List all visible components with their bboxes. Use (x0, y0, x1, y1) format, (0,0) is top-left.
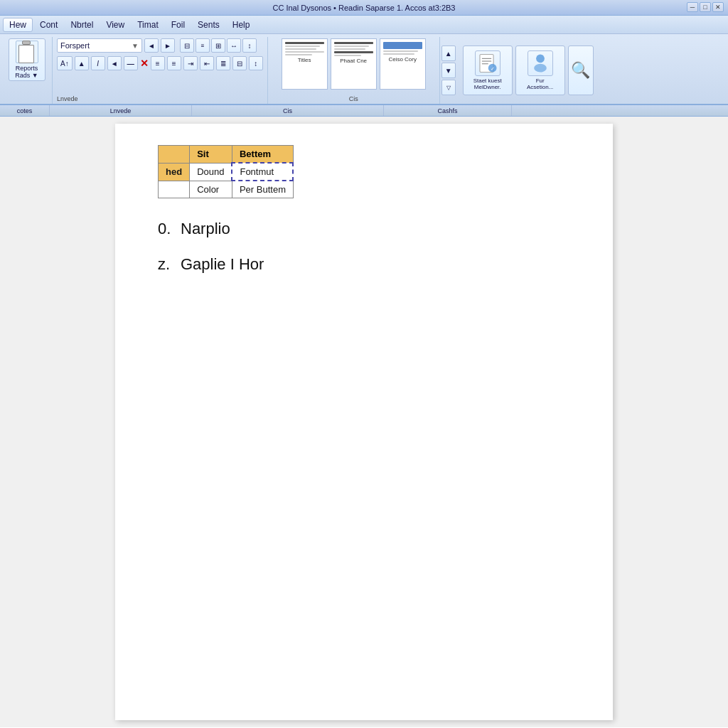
font-group-label: Lnvede (57, 94, 78, 102)
ribbon-group-actions: ✓ Staet kuestMelDwner. FurAcsetion... 🔍 (460, 37, 598, 104)
list-item-1-text: Narplio (181, 220, 230, 238)
style-titles-label: Titles (298, 57, 311, 63)
search-button[interactable]: 🔍 (568, 46, 594, 95)
list-btn[interactable]: ≣ (216, 56, 230, 70)
styles-scroll-buttons: ▲ ▼ ▽ (441, 37, 456, 104)
align-center-btn[interactable]: ≡ (167, 56, 181, 70)
list-item-1: 0. Narplio (158, 220, 570, 238)
font-selector[interactable]: Forspert ▼ (57, 38, 142, 53)
document-page: Sit Bettem hed Dound Fontmut Color Per B… (115, 124, 613, 720)
font-size-decrease[interactable]: ◄ (144, 38, 159, 53)
group-label-actions: Cashfs (384, 105, 512, 116)
style-ceiso-cory[interactable]: Ceiso Cory (380, 38, 426, 90)
list-item-2-num: z. (158, 255, 172, 274)
document-icon: ✓ (475, 50, 500, 76)
underline-btn[interactable]: ◄ (107, 56, 122, 70)
styles-scroll-down[interactable]: ▼ (441, 63, 456, 78)
font-style-btn[interactable]: I (91, 56, 105, 70)
columns-btn-3[interactable]: ⊞ (211, 38, 225, 53)
fur-acsetion-button[interactable]: FurAcsetion... (515, 46, 565, 95)
indent-btn[interactable]: ⇥ (183, 56, 198, 70)
menu-item-timat[interactable]: Timat (132, 18, 164, 31)
close-button[interactable]: ✕ (712, 2, 724, 12)
ribbon: ReportsRads ▼ Forspert ▼ ◄ ► ⊟ ≡ (0, 34, 728, 117)
format-buttons: ⊟ ≡ ⊞ ↔ ↕ (180, 38, 257, 53)
document-area: Sit Bettem hed Dound Fontmut Color Per B… (0, 117, 728, 727)
col-icon: ≡ (201, 43, 205, 49)
bold-color-btn[interactable]: ▲ (75, 56, 89, 70)
spacing-btn[interactable]: ↕ (249, 56, 263, 70)
start-kuest-label: Staet kuestMelDwner. (473, 77, 502, 90)
window-controls[interactable]: ─ □ ✕ (687, 2, 724, 12)
columns-btn-1[interactable]: ⊟ (180, 38, 194, 53)
delete-btn[interactable]: ✕ (140, 58, 149, 69)
table-header-bettem: Bettem (232, 146, 293, 164)
minimize-button[interactable]: ─ (687, 2, 698, 12)
maximize-button[interactable]: □ (700, 2, 711, 12)
start-kuest-button[interactable]: ✓ Staet kuestMelDwner. (463, 46, 513, 95)
table-header-sit: Sit (190, 146, 232, 164)
table-cell-per-buttem: Per Buttem (232, 181, 293, 198)
search-icon: 🔍 (571, 61, 590, 80)
document-table: Sit Bettem hed Dound Fontmut Color Per B… (158, 145, 294, 198)
person-icon (528, 50, 553, 76)
ribbon-group-font: Forspert ▼ ◄ ► ⊟ ≡ ⊞ ↔ ↕ A↑ (54, 37, 268, 104)
table-cell-fontmut[interactable]: Fontmut (232, 163, 293, 181)
size-up-btn[interactable]: A↑ (57, 56, 73, 70)
menu-item-sents[interactable]: Sents (192, 18, 225, 31)
menu-item-cont[interactable]: Cont (34, 18, 63, 31)
person-svg (528, 53, 552, 73)
styles-more[interactable]: ▽ (441, 80, 456, 95)
table-cell-dound: Dound (190, 163, 232, 181)
group-label-styles: Cis (192, 105, 384, 116)
dropdown-arrow: ▼ (132, 42, 139, 50)
table-cell-label-1: hed (159, 163, 190, 181)
ribbon-group-styles: Titles Phaat Cne (269, 37, 440, 104)
reports-button[interactable]: ReportsRads ▼ (9, 38, 46, 81)
table-row: hed Dound Fontmut (159, 163, 294, 181)
group-label-clipboard: cotes (0, 105, 50, 116)
menu-item-nbrtel[interactable]: Nbrtel (65, 18, 99, 31)
ribbon-group-clipboard: ReportsRads ▼ (3, 37, 53, 104)
table-header-empty (159, 146, 190, 164)
table-cell-label-2 (159, 181, 190, 198)
style-phaat-label: Phaat Cne (340, 58, 367, 64)
font-row-top: Forspert ▼ ◄ ► ⊟ ≡ ⊞ ↔ ↕ (57, 38, 257, 53)
group-labels-row: cotes Lnvede Cis Cashfs (0, 105, 728, 117)
list-item-1-num: 0. (158, 220, 172, 238)
font-size-increase[interactable]: ► (161, 38, 175, 53)
style-phaat-cne[interactable]: Phaat Cne (331, 38, 377, 90)
outdent-btn[interactable]: ⇤ (200, 56, 214, 70)
expand-btn[interactable]: ↕ (242, 38, 257, 53)
reports-label: ReportsRads ▼ (15, 65, 38, 79)
arrows-btn[interactable]: ↔ (227, 38, 241, 53)
styles-scroll-up[interactable]: ▲ (441, 46, 456, 61)
strikethrough-btn[interactable]: — (124, 56, 138, 70)
style-titles[interactable]: Titles (282, 38, 328, 90)
table-row: Color Per Buttem (159, 181, 294, 198)
align-left-btn[interactable]: ≡ (151, 56, 165, 70)
title-bar: CC Inal Dysonos • Readin Saparse 1. Acco… (0, 0, 728, 16)
menu-bar: Hew Cont Nbrtel View Timat Foil Sents He… (0, 16, 728, 34)
fur-acsetion-label: FurAcsetion... (527, 77, 553, 90)
table-cell-color: Color (190, 181, 232, 198)
group-label-font: Lnvede (50, 105, 192, 116)
menu-item-help[interactable]: Help (227, 18, 256, 31)
clipboard-icon (16, 41, 38, 63)
style-preview-area: Titles Phaat Cne (282, 38, 426, 90)
list-item-2-text: Gaplie I Hor (181, 255, 264, 274)
more-btn[interactable]: ⊟ (232, 56, 247, 70)
style-ceiso-label: Ceiso Cory (388, 56, 417, 63)
columns-btn-2[interactable]: ≡ (196, 38, 210, 53)
ribbon-content: ReportsRads ▼ Forspert ▼ ◄ ► ⊟ ≡ (0, 34, 728, 105)
menu-item-foil[interactable]: Foil (166, 18, 191, 31)
menu-item-view[interactable]: View (100, 18, 130, 31)
menu-item-hew[interactable]: Hew (3, 18, 33, 32)
font-row-bottom: A↑ ▲ I ◄ — ✕ ≡ ≡ ⇥ ⇤ ≣ ⊟ ↕ (57, 56, 263, 70)
list-item-2: z. Gaplie I Hor (158, 255, 570, 274)
svg-point-6 (536, 54, 545, 63)
styles-group-label: Cis (349, 94, 358, 102)
svg-text:✓: ✓ (490, 65, 494, 72)
font-name: Forspert (60, 41, 90, 50)
doc-svg: ✓ (476, 53, 500, 73)
